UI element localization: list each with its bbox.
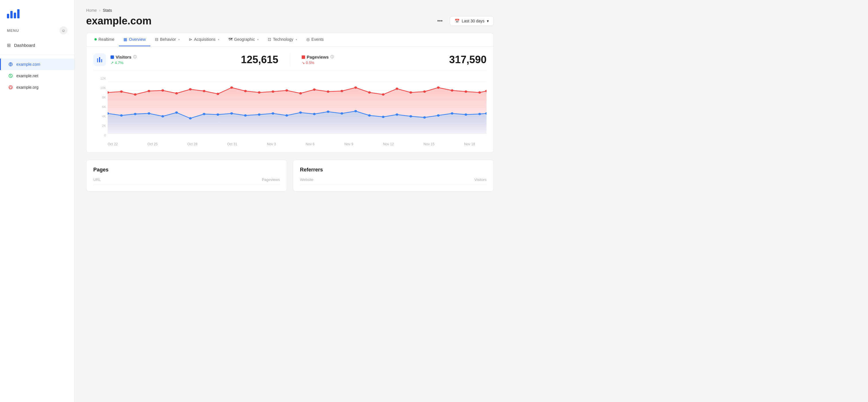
chart-metric-icon	[93, 53, 106, 66]
tab-acquisitions[interactable]: ⊳ Acquisitions ▾	[184, 33, 224, 46]
svg-point-17	[148, 90, 150, 92]
pages-col-url: URL	[93, 178, 101, 182]
visitors-change: ↗ 4.7%	[111, 61, 236, 65]
visitors-info: Visitors ⓘ ↗ 4.7%	[111, 55, 236, 65]
bottom-cards: Pages URL Pageviews Referrers Website Vi…	[86, 160, 494, 191]
overview-icon: ▦	[123, 37, 127, 42]
referrers-col-website: Website	[300, 178, 313, 182]
logo-bar-2	[10, 11, 12, 19]
tab-realtime-label: Realtime	[98, 37, 114, 42]
svg-point-53	[244, 114, 247, 117]
tab-geographic[interactable]: 🗺 Geographic ▾	[224, 33, 263, 46]
tabs-bar: Realtime ▦ Overview ⊟ Behavior ▾ ⊳ Acqui…	[86, 33, 494, 46]
tab-technology[interactable]: ⊡ Technology ▾	[263, 33, 302, 46]
svg-point-61	[354, 110, 357, 112]
svg-point-69	[464, 114, 467, 116]
tab-overview-label: Overview	[129, 37, 146, 42]
tab-events[interactable]: ◎ Events	[302, 33, 329, 46]
site-label-example-org: example.org	[17, 85, 38, 90]
dashboard-label: Dashboard	[14, 43, 35, 48]
pageviews-info: Pageviews ⓘ ↘ 0.5%	[302, 55, 445, 65]
svg-point-38	[437, 86, 440, 89]
site-label-example-com: example.com	[17, 62, 40, 67]
visitors-metric: Visitors ⓘ ↗ 4.7% 125,615	[93, 53, 278, 66]
logo-bar-4	[17, 9, 20, 19]
svg-point-21	[203, 90, 206, 92]
pages-col-pageviews: Pageviews	[262, 178, 280, 182]
sidebar-item-example-org[interactable]: example.org	[0, 82, 74, 93]
tab-overview[interactable]: ▦ Overview	[119, 33, 150, 46]
acquisitions-chevron-icon: ▾	[218, 38, 219, 41]
pageviews-color-dot	[302, 55, 305, 59]
svg-point-59	[327, 111, 330, 113]
svg-point-15	[120, 90, 123, 93]
svg-rect-5	[99, 57, 100, 62]
geographic-icon: 🗺	[228, 37, 232, 42]
site-icon-example-com	[8, 61, 13, 67]
svg-rect-4	[97, 58, 98, 62]
page-header: example.com ••• 📅 Last 30 days ▾	[86, 15, 494, 27]
menu-settings-button[interactable]: ☺	[59, 26, 67, 34]
chart-area: 12K 10K 8K 6K 4K 2K 0	[93, 77, 487, 146]
svg-point-47	[161, 115, 164, 118]
logo-bar-3	[14, 12, 16, 19]
date-range-chevron-icon: ▾	[487, 19, 489, 23]
pages-title: Pages	[93, 167, 280, 173]
pageviews-info-icon[interactable]: ⓘ	[330, 55, 334, 59]
referrers-table-header: Website Visitors	[300, 178, 487, 184]
svg-point-28	[299, 92, 302, 94]
site-label-example-net: example.net	[17, 73, 38, 78]
breadcrumb-home[interactable]: Home	[86, 8, 97, 12]
logo-icon	[7, 8, 20, 19]
pageviews-arrow-icon: ↘	[302, 61, 305, 65]
sidebar-item-dashboard[interactable]: ⊞ Dashboard	[0, 39, 74, 52]
tab-geographic-label: Geographic	[234, 37, 255, 42]
sidebar-item-example-com[interactable]: example.com	[0, 59, 74, 70]
visitors-info-icon[interactable]: ⓘ	[133, 55, 136, 59]
behavior-chevron-icon: ▾	[178, 38, 180, 41]
page-title: example.com	[86, 15, 152, 27]
x-label-nov6: Nov 6	[306, 142, 315, 146]
svg-point-30	[327, 90, 330, 93]
svg-point-40	[464, 90, 467, 93]
menu-label: MENU	[7, 28, 19, 33]
svg-point-19	[175, 92, 178, 94]
svg-point-34	[382, 93, 384, 96]
svg-point-37	[423, 90, 426, 93]
x-label-nov12: Nov 12	[383, 142, 394, 146]
y-label-8k: 8K	[93, 96, 106, 99]
settings-icon: ☺	[61, 28, 65, 33]
svg-point-48	[175, 112, 178, 114]
svg-point-29	[313, 88, 316, 91]
pageviews-label: Pageviews	[307, 55, 329, 59]
y-label-2k: 2K	[93, 124, 106, 127]
svg-point-68	[451, 112, 454, 115]
technology-chevron-icon: ▾	[296, 38, 297, 41]
x-label-nov15: Nov 15	[424, 142, 435, 146]
tab-behavior[interactable]: ⊟ Behavior ▾	[150, 33, 184, 46]
tab-realtime[interactable]: Realtime	[90, 33, 119, 46]
header-actions: ••• 📅 Last 30 days ▾	[435, 16, 494, 26]
chart-card: Visitors ⓘ ↗ 4.7% 125,615	[86, 46, 494, 153]
pageviews-label-row: Pageviews ⓘ	[302, 55, 445, 59]
y-label-0: 0	[93, 133, 106, 137]
svg-point-65	[409, 115, 412, 118]
pageviews-metric: Pageviews ⓘ ↘ 0.5% 317,590	[290, 54, 487, 66]
x-label-oct28: Oct 28	[187, 142, 197, 146]
breadcrumb-chevron: ›	[99, 8, 100, 12]
visitors-color-dot	[111, 55, 114, 59]
sidebar-item-example-net[interactable]: example.net	[0, 70, 74, 82]
svg-point-45	[134, 113, 136, 115]
svg-point-41	[478, 91, 481, 94]
date-range-button[interactable]: 📅 Last 30 days ▾	[450, 16, 494, 26]
more-options-button[interactable]: •••	[435, 16, 445, 26]
breadcrumb-current: Stats	[103, 8, 112, 12]
main-content: Home › Stats example.com ••• 📅 Last 30 d…	[74, 0, 868, 402]
logo-area	[0, 0, 74, 24]
svg-point-39	[451, 89, 454, 92]
svg-point-60	[340, 112, 343, 115]
svg-point-26	[272, 90, 274, 93]
tab-technology-label: Technology	[273, 37, 293, 42]
pages-table-header: URL Pageviews	[93, 178, 280, 184]
svg-point-55	[272, 112, 274, 115]
